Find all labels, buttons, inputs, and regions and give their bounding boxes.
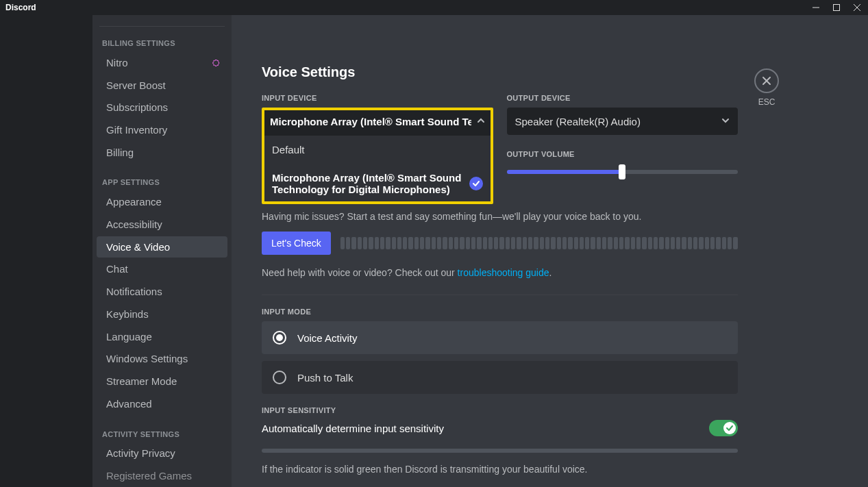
sidebar-item-streamer-mode[interactable]: Streamer Mode [97,371,227,392]
meter-segment [437,237,441,249]
sidebar-item-label: Activity Privacy [106,447,175,459]
meter-segment [443,237,447,249]
meter-segment [460,237,464,249]
input-device-option-mic-array[interactable]: Microphone Array (Intel® Smart Sound Tec… [262,164,493,203]
sidebar-item-gift-inventory[interactable]: Gift Inventory [97,119,227,140]
sensitivity-meter [262,449,738,453]
meter-segment [608,237,612,249]
input-mode-voice-activity[interactable]: Voice Activity [262,321,738,354]
sidebar-item-keybinds[interactable]: Keybinds [97,303,227,325]
sidebar-header-activity: ACTIVITY SETTINGS [92,427,232,442]
meter-segment [517,237,521,249]
meter-segment [665,237,669,249]
meter-segment [420,237,424,249]
meter-segment [392,237,396,249]
meter-segment [676,237,680,249]
mic-test-hint: Having mic issues? Start a test and say … [262,211,738,222]
svg-rect-0 [834,5,840,11]
meter-segment [540,237,544,249]
troubleshooting-link[interactable]: troubleshooting guide [458,267,549,278]
window-minimize-button[interactable] [806,0,826,15]
slider-thumb[interactable] [619,164,625,179]
radio-selected-icon [273,331,286,345]
input-device-value: Microphone Array (Intel® Smart Sound Te [270,116,471,127]
meter-segment [375,237,379,249]
meter-segment [511,237,515,249]
window-maximize-button[interactable] [827,0,846,15]
sidebar-item-label: Billing [106,147,134,158]
meter-segment [414,237,419,249]
sidebar-item-label: Windows Settings [106,353,188,364]
input-mode-push-to-talk[interactable]: Push to Talk [262,361,738,394]
sidebar-item-label: Appearance [106,196,162,208]
sidebar-item-label: Gift Inventory [106,124,167,136]
meter-segment [562,237,567,249]
sidebar-item-label: Nitro [106,57,128,68]
meter-segment [499,237,504,249]
window-close-button[interactable] [847,0,867,15]
sidebar-item-chat[interactable]: Chat [97,259,227,280]
meter-segment [506,237,510,249]
output-device-select[interactable]: Speaker (Realtek(R) Audio) [507,108,739,135]
meter-segment [380,237,384,249]
meter-segment [654,237,658,249]
sidebar-item-label: Accessibility [106,218,162,230]
auto-sensitivity-toggle[interactable] [709,420,738,436]
meter-segment [705,237,709,249]
radio-label: Push to Talk [297,372,353,384]
chevron-up-icon [477,116,485,127]
settings-content: Voice Settings INPUT DEVICE Microphone A… [262,29,738,487]
left-gutter [0,15,92,487]
sidebar-item-voice-video[interactable]: Voice & Video [97,236,227,258]
meter-segment [659,237,663,249]
meter-segment [728,237,732,249]
meter-segment [397,237,401,249]
sidebar-item-advanced[interactable]: Advanced [97,393,227,414]
sidebar-item-language[interactable]: Language [97,326,227,347]
sidebar-item-label: Subscriptions [106,101,168,113]
meter-segment [688,237,692,249]
meter-segment [568,237,572,249]
input-device-select[interactable]: Microphone Array (Intel® Smart Sound Te [262,108,493,135]
sidebar-item-accessibility[interactable]: Accessibility [97,214,227,235]
sidebar-item-billing[interactable]: Billing [97,142,227,163]
input-device-option-default[interactable]: Default [262,136,493,164]
meter-segment [625,237,629,249]
meter-segment [551,237,555,249]
lets-check-button[interactable]: Let's Check [262,232,331,255]
meter-segment [614,237,618,249]
sidebar-item-server-boost[interactable]: Server Boost [97,75,227,96]
sidebar-item-label: Chat [106,263,128,275]
meter-segment [403,237,407,249]
sidebar-item-nitro[interactable]: Nitro ◌ [97,52,227,73]
meter-segment [671,237,675,249]
close-settings-button[interactable]: ESC [754,68,779,107]
input-sensitivity-label: INPUT SENSITIVITY [262,406,738,414]
sidebar-item-windows-settings[interactable]: Windows Settings [97,348,227,369]
output-device-value: Speaker (Realtek(R) Audio) [515,116,717,127]
sidebar-item-subscriptions[interactable]: Subscriptions [97,97,227,118]
sidebar-item-activity-privacy[interactable]: Activity Privacy [97,443,227,464]
app-name: Discord [5,3,36,12]
help-prefix: Need help with voice or video? Check out… [262,267,458,278]
meter-segment [642,237,646,249]
page-title: Voice Settings [262,29,738,80]
sidebar-item-notifications[interactable]: Notifications [97,281,227,302]
meter-segment [534,237,538,249]
meter-segment [408,237,412,249]
sidebar-item-registered-games[interactable]: Registered Games [97,465,227,486]
sidebar-item-appearance[interactable]: Appearance [97,191,227,212]
sidebar-item-label: Voice & Video [106,241,170,253]
output-volume-slider[interactable] [507,165,739,179]
meter-segment [693,237,697,249]
sidebar-item-label: Keybinds [106,308,149,320]
meter-segment [488,237,493,249]
input-device-label: INPUT DEVICE [262,94,493,102]
sidebar-item-label: Streamer Mode [106,375,177,387]
help-suffix: . [549,267,552,278]
esc-label: ESC [754,97,779,107]
meter-segment [483,237,487,249]
meter-segment [574,237,578,249]
meter-segment [580,237,584,249]
output-volume-label: OUTPUT VOLUME [507,150,739,158]
